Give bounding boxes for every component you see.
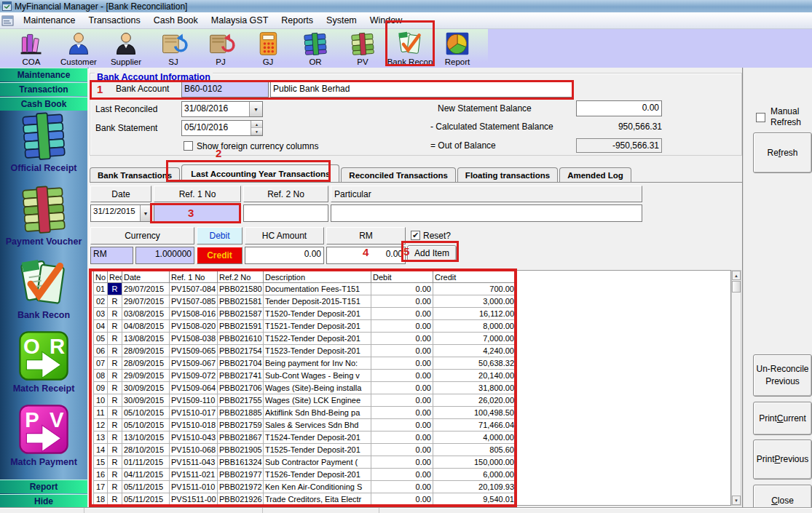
svg-text:V: V [50, 408, 64, 432]
bank-account-code-field[interactable]: B60-0102 [181, 81, 269, 98]
table-column-header[interactable]: Credit [433, 271, 516, 283]
toolbar-button-label: PV [357, 57, 368, 66]
menu-malaysia-gst[interactable]: Malaysia GST [205, 14, 275, 27]
table-row[interactable]: 01R29/07/2015PV1507-084PBB021580Document… [94, 283, 516, 295]
tab-floating-transactions[interactable]: Floating transactions [457, 167, 558, 182]
table-row[interactable]: 07R28/09/2015PV1509-067PBB021704Being pa… [94, 357, 516, 370]
svg-text:P: P [25, 408, 39, 432]
toolbar-button-pj[interactable]: PJ [202, 31, 239, 66]
chevron-down-icon[interactable]: ▼ [140, 205, 151, 221]
table-column-header[interactable]: Ref. 1 No [170, 271, 218, 283]
entry-hc-amount-input[interactable]: 0.00 [245, 247, 324, 264]
menu-maintenance[interactable]: Maintenance [17, 14, 82, 27]
table-cell: 9,540.01 [433, 493, 516, 506]
table-cell: PV1507-084 [170, 283, 218, 295]
tab-reconciled-transactions[interactable]: Reconciled Transactions [341, 167, 456, 182]
purchase-journal-icon [206, 31, 235, 57]
toolbar-button-gj[interactable]: GJ [250, 31, 286, 66]
toolbar-button-pv[interactable]: PV [344, 31, 381, 66]
table-row[interactable]: 04R04/08/2015PV1508-020PBB021591T1521-Te… [94, 320, 516, 333]
add-item-button[interactable]: Add Item [407, 245, 457, 261]
table-row[interactable]: 12R05/10/2015PV1510-018PBB021759Sales & … [94, 419, 516, 432]
menu-transactions[interactable]: Transactions [82, 14, 147, 27]
table-cell: 07 [94, 357, 108, 370]
table-row[interactable]: 16R04/11/2015PV1511-021PBB021977T1526-Te… [94, 469, 516, 481]
refresh-button[interactable]: Refresh [753, 132, 812, 173]
print-current-button[interactable]: Print Current [753, 402, 812, 435]
reset-checkbox[interactable]: ✔ [411, 231, 420, 240]
table-column-header[interactable]: No [94, 271, 108, 283]
table-row[interactable]: 17R05/11/2015PV1511-010PBB021972Ken Ken … [94, 481, 516, 493]
table-cell: PBB021580 [218, 283, 264, 295]
tab-amended-log[interactable]: Amended Log [559, 167, 631, 182]
table-row[interactable]: 08R29/09/2015PV1509-072PBB021741Sub-Cont… [94, 370, 516, 382]
un-reconcile-previous-button[interactable]: Un-Reconcile Previous [753, 354, 812, 397]
table-row[interactable]: 05R13/08/2015PV1508-038PBB021610T1522-Te… [94, 333, 516, 345]
table-cell: 20,109.93 [433, 481, 516, 493]
toolbar-button-supplier[interactable]: Supplier [108, 31, 144, 66]
table-column-header[interactable]: Description [264, 271, 371, 283]
entry-rm-input[interactable]: 0.00 [326, 247, 406, 264]
last-reconciled-combobox[interactable]: 31/08/2016 ▼ [181, 101, 263, 117]
scroll-down-icon[interactable]: ▼ [732, 496, 741, 505]
sidebar-item-match-receipt[interactable]: ORMatch Receipt [0, 330, 87, 394]
table-column-header[interactable]: Debit [371, 271, 433, 283]
sidebar-item-match-payment[interactable]: PVMatch Payment [0, 403, 87, 467]
show-foreign-checkbox[interactable] [184, 141, 193, 151]
sidebar-section-maintenance[interactable]: Maintenance [0, 68, 87, 81]
table-row[interactable]: 06R28/09/2015PV1509-065PBB021754T1523-Te… [94, 345, 516, 357]
table-cell: 30/09/2015 [122, 382, 170, 394]
toolbar-button-coa[interactable]: COA [13, 31, 50, 66]
toolbar-button-customer[interactable]: Customer [60, 31, 97, 66]
manual-refresh-checkbox[interactable] [756, 113, 765, 122]
table-row[interactable]: 09R30/09/2015PV1509-064PBB021706Wages (S… [94, 382, 516, 394]
sidebar-item-official-receipt[interactable]: Official Receipt [0, 109, 87, 173]
table-column-header[interactable]: Date [122, 271, 170, 283]
toolbar-button-report[interactable]: Report [439, 31, 476, 66]
tab-bank-transactions[interactable]: Bank Transactions [90, 167, 180, 182]
table-column-header[interactable]: Rec [108, 271, 122, 283]
scroll-up-icon[interactable]: ▲ [732, 271, 741, 280]
bank-statement-spinner[interactable]: 05/10/2016 ▲▼ [181, 120, 263, 136]
table-row[interactable]: 13R13/10/2015PV1510-043PBB021867T1524-Te… [94, 432, 516, 444]
table-cell: PV1511-021 [170, 469, 218, 481]
table-cell: PBB021885 [218, 407, 264, 419]
entry-header-debit[interactable]: Debit [197, 227, 243, 244]
entry-credit-toggle[interactable]: Credit [197, 247, 243, 264]
filter-ref2-input[interactable] [243, 204, 328, 222]
table-row[interactable]: 18R05/11/2015PVS1511-00PBB021926Trade Cr… [94, 493, 516, 506]
filter-particular-input[interactable] [331, 204, 642, 222]
sidebar-item-payment-voucher[interactable]: Payment Voucher [0, 183, 87, 247]
bank-account-name-field[interactable]: Public Bank Berhad [270, 81, 574, 98]
table-row[interactable]: 11R05/10/2015PV1510-017PBB021885Aktiflin… [94, 407, 516, 419]
sidebar-section-report[interactable]: Report [0, 480, 87, 493]
menu-reports[interactable]: Reports [275, 14, 320, 27]
toolbar-button-or[interactable]: OR [297, 31, 334, 66]
menu-cash-book[interactable]: Cash Book [147, 14, 205, 27]
table-row[interactable]: 03R03/08/2015PV1508-016PBB021587T1520-Te… [94, 308, 516, 320]
scrollbar-thumb[interactable] [732, 281, 741, 293]
sidebar-section-hide[interactable]: Hide [0, 494, 87, 507]
table-column-header[interactable]: Ref.2 No [218, 271, 264, 283]
table-row[interactable]: 14R28/10/2015PV1510-068PBB021905T1525-Te… [94, 444, 516, 456]
menu-system[interactable]: System [320, 14, 363, 27]
toolbar-button-sj[interactable]: SJ [155, 31, 192, 66]
new-statement-balance-field[interactable]: 0.00 [576, 100, 662, 116]
print-previous-button[interactable]: Print Previous [753, 440, 812, 480]
spinner-buttons[interactable]: ▲▼ [251, 121, 262, 135]
toolbar-button-bank-recon[interactable]: Bank Recon [392, 31, 428, 66]
menu-window[interactable]: Window [363, 14, 409, 27]
sidebar-item-bank-recon[interactable]: Bank Recon [0, 256, 87, 320]
tab-last-accounting-year-transactions[interactable]: Last Accounting Year Transactions [181, 164, 339, 182]
filter-date-combobox[interactable]: 31/12/2015 ▼ [90, 204, 151, 222]
sidebar-section-transaction[interactable]: Transaction [0, 82, 87, 96]
table-cell: R [108, 444, 122, 456]
table-row[interactable]: 02R29/07/2015PV1507-085PBB021581Tender D… [94, 295, 516, 308]
table-cell: PBB021867 [218, 432, 264, 444]
filter-ref1-input[interactable] [154, 204, 241, 222]
table-row[interactable]: 10R30/09/2015PV1509-110PBB021755Wages (S… [94, 394, 516, 407]
table-cell: R [108, 295, 122, 308]
table-row[interactable]: 15R01/11/2015PV1511-043PBB161324Sub Cont… [94, 456, 516, 469]
vertical-scrollbar[interactable]: ▲ ▼ [731, 270, 741, 506]
chevron-down-icon[interactable]: ▼ [249, 102, 262, 116]
